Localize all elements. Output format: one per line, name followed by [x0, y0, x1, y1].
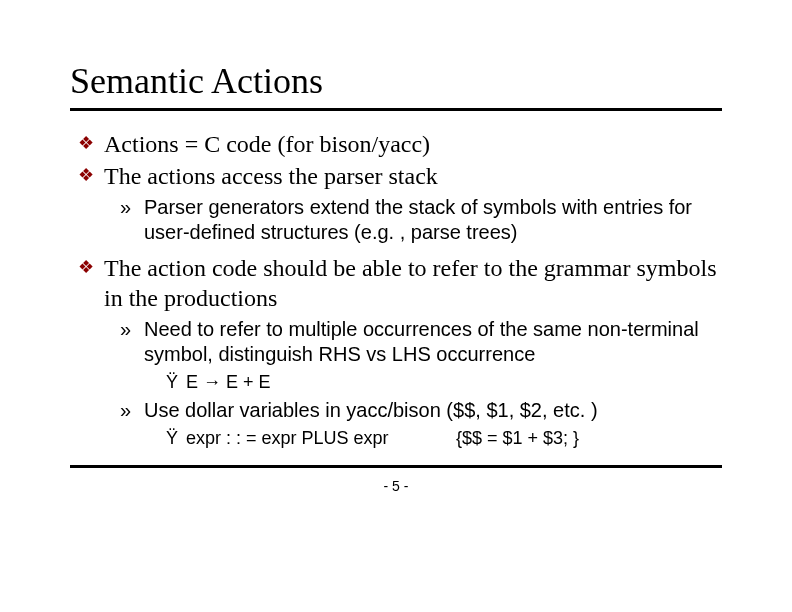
bullet-level1: ❖ The action code should be able to refe… [78, 253, 722, 313]
footer-rule [70, 465, 722, 468]
bullet-text: Need to refer to multiple occurrences of… [144, 317, 722, 367]
diamond-bullet-icon: ❖ [78, 161, 104, 191]
bullet-text: The action code should be able to refer … [104, 253, 722, 313]
raquo-bullet-icon: » [120, 317, 144, 367]
grammar-rule-text: expr : : = expr PLUS expr [186, 427, 456, 450]
diamond-bullet-icon: ❖ [78, 253, 104, 313]
bullet-level3: Ÿ expr : : = expr PLUS expr {$$ = $1 + $… [166, 427, 722, 450]
bullet-level2: » Parser generators extend the stack of … [120, 195, 722, 245]
bullet-text: Actions = C code (for bison/yacc) [104, 129, 722, 159]
bullet-level3: Ÿ E → E + E [166, 371, 722, 394]
bullet-level2: » Need to refer to multiple occurrences … [120, 317, 722, 367]
bullet-text: The actions access the parser stack [104, 161, 722, 191]
page-number: - 5 - [70, 478, 722, 494]
slide-body: ❖ Actions = C code (for bison/yacc) ❖ Th… [70, 129, 722, 449]
slide-title: Semantic Actions [70, 60, 722, 102]
slide: Semantic Actions ❖ Actions = C code (for… [0, 0, 792, 612]
ydiaeresis-bullet-icon: Ÿ [166, 427, 186, 450]
raquo-bullet-icon: » [120, 398, 144, 423]
bullet-level2: » Use dollar variables in yacc/bison ($$… [120, 398, 722, 423]
diamond-bullet-icon: ❖ [78, 129, 104, 159]
bullet-level1: ❖ The actions access the parser stack [78, 161, 722, 191]
title-rule [70, 108, 722, 111]
bullet-text: Parser generators extend the stack of sy… [144, 195, 722, 245]
bullet-text: expr : : = expr PLUS expr {$$ = $1 + $3;… [186, 427, 722, 450]
bullet-level1: ❖ Actions = C code (for bison/yacc) [78, 129, 722, 159]
bullet-text: Use dollar variables in yacc/bison ($$, … [144, 398, 722, 423]
raquo-bullet-icon: » [120, 195, 144, 245]
bullet-text: E → E + E [186, 371, 722, 394]
semantic-action-text: {$$ = $1 + $3; } [456, 427, 722, 450]
ydiaeresis-bullet-icon: Ÿ [166, 371, 186, 394]
